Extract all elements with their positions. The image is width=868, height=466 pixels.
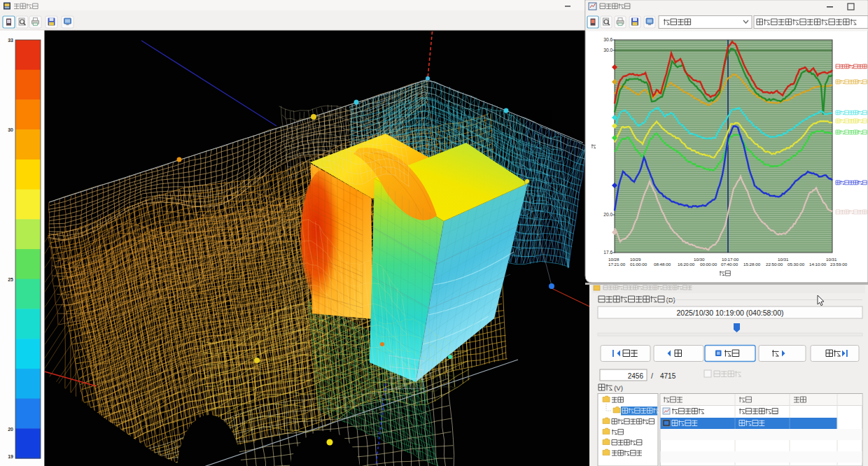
svg-text:30.6: 30.6 xyxy=(603,37,612,42)
svg-text:05:30:00: 05:30:00 xyxy=(788,262,805,267)
svg-text:4715: 4715 xyxy=(660,372,676,380)
svg-text:...: ... xyxy=(773,409,778,415)
svg-text:07:40:00: 07:40:00 xyxy=(721,262,738,267)
svg-text:30: 30 xyxy=(8,127,13,132)
svg-text:2025/10/30 10:19:00 (040:58:00: 2025/10/30 10:19:00 (040:58:00) xyxy=(677,309,784,317)
svg-text:01:00:00: 01:00:00 xyxy=(630,262,648,267)
svg-text:22:50:00: 22:50:00 xyxy=(766,262,783,267)
svg-text:15:28:00: 15:28:00 xyxy=(743,262,761,267)
svg-text:17.6: 17.6 xyxy=(603,250,612,255)
svg-text:19: 19 xyxy=(8,454,13,459)
svg-text:/: / xyxy=(651,372,653,380)
svg-text:17:21:00: 17:21:00 xyxy=(608,262,626,267)
svg-text:20: 20 xyxy=(8,427,13,432)
svg-text:10/31: 10/31 xyxy=(778,257,789,262)
svg-text:14:10:00: 14:10:00 xyxy=(809,262,827,267)
svg-text:16:20:00: 16:20:00 xyxy=(678,262,695,267)
svg-text:33: 33 xyxy=(8,38,13,43)
svg-text:10/30: 10/30 xyxy=(694,257,705,262)
svg-text:10/31: 10/31 xyxy=(826,257,837,262)
svg-text:08:48:00: 08:48:00 xyxy=(654,262,671,267)
svg-text:10/29: 10/29 xyxy=(630,257,641,262)
svg-text:00:00:00: 00:00:00 xyxy=(700,262,718,267)
svg-text:10:17:00: 10:17:00 xyxy=(722,257,739,262)
svg-text:10/28: 10/28 xyxy=(608,257,620,262)
svg-text:2456: 2456 xyxy=(628,372,644,380)
svg-text:20.0: 20.0 xyxy=(603,212,612,217)
svg-text:23:59:00: 23:59:00 xyxy=(830,262,848,267)
svg-text:25: 25 xyxy=(8,277,13,282)
svg-text:30.0: 30.0 xyxy=(603,48,612,52)
svg-text:(V): (V) xyxy=(614,384,623,392)
